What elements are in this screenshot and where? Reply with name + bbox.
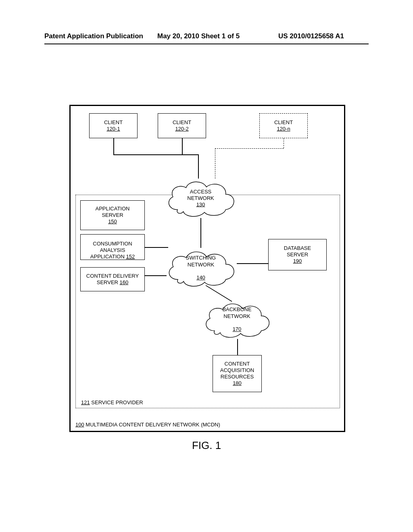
figure-caption: FIG. 1 bbox=[0, 439, 413, 452]
header-left: Patent Application Publication bbox=[44, 32, 143, 40]
conn-cds-switching bbox=[145, 275, 167, 276]
switching-cloud-label: SWITCHING NETWORK 140 bbox=[186, 248, 216, 288]
db-server-box: DATABASE SERVER 190 bbox=[268, 239, 327, 270]
switching-ref: 140 bbox=[186, 274, 216, 281]
conn-clientn-v2 bbox=[215, 148, 215, 179]
cds-ref: 160 bbox=[120, 279, 129, 285]
client-1-box: CLIENT 120-1 bbox=[89, 113, 138, 138]
conn-bus-to-access bbox=[198, 154, 199, 179]
access-cloud-label: ACCESS NETWORK 130 bbox=[181, 188, 221, 208]
client-n-box: CLIENT 120-n bbox=[259, 113, 308, 138]
client-1-ref: 120-1 bbox=[106, 126, 120, 132]
client-1-label: CLIENT bbox=[104, 119, 123, 126]
backbone-network-cloud: BACKBONE NETWORK 170 bbox=[200, 299, 274, 341]
backbone-cloud-label: BACKBONE NETWORK 170 bbox=[222, 300, 251, 339]
mcdn-text: MULTIMEDIA CONTENT DELIVERY NETWORK (MCD… bbox=[86, 422, 220, 428]
client-2-ref: 120-2 bbox=[175, 126, 188, 132]
consumption-label: CONSUMPTION ANALYSIS APPLICATION 152 bbox=[90, 234, 135, 260]
header-right: US 2010/0125658 A1 bbox=[278, 32, 344, 40]
consumption-box: CONSUMPTION ANALYSIS APPLICATION 152 bbox=[80, 234, 145, 260]
conn-consumption-switching bbox=[145, 247, 168, 248]
client-n-ref: 120-n bbox=[277, 126, 290, 132]
db-ref: 190 bbox=[293, 258, 302, 264]
header-rule bbox=[44, 44, 369, 44]
mcdn-label: 100 MULTIMEDIA CONTENT DELIVERY NETWORK … bbox=[75, 422, 220, 428]
car-ref: 180 bbox=[233, 380, 242, 387]
conn-switching-db bbox=[237, 263, 268, 264]
conn-client1-v bbox=[113, 138, 114, 154]
content-delivery-box: CONTENT DELIVERY SERVER 160 bbox=[80, 267, 145, 291]
client-n-label: CLIENT bbox=[274, 119, 293, 126]
car-box: CONTENT ACQUISITION RESOURCES 180 bbox=[213, 355, 262, 392]
sp-label: SERVICE PROVIDER bbox=[91, 399, 143, 405]
page: Patent Application Publication May 20, 2… bbox=[0, 0, 413, 532]
cds-label: CONTENT DELIVERY SERVER 160 bbox=[86, 273, 139, 286]
switching-label: SWITCHING NETWORK bbox=[186, 255, 216, 268]
client-2-label: CLIENT bbox=[173, 119, 191, 126]
conn-clientn-v bbox=[284, 138, 284, 148]
consumption-ref: 152 bbox=[126, 254, 135, 260]
sp-ref: 121 bbox=[81, 399, 90, 405]
car-label: CONTENT ACQUISITION RESOURCES bbox=[220, 361, 254, 380]
access-network-cloud: ACCESS NETWORK 130 bbox=[161, 177, 240, 219]
conn-client2-v bbox=[182, 138, 183, 154]
service-provider-label: 121 SERVICE PROVIDER bbox=[81, 399, 143, 405]
app-server-label: APPLICATION SERVER bbox=[95, 206, 129, 219]
app-server-box: APPLICATION SERVER 150 bbox=[80, 200, 145, 230]
conn-backbone-car bbox=[237, 339, 238, 355]
db-label: DATABASE SERVER bbox=[284, 245, 311, 258]
diagram-frame: CLIENT 120-1 CLIENT 120-2 CLIENT 120-n 1… bbox=[69, 105, 345, 432]
conn-client-bus-h bbox=[113, 154, 198, 155]
header-mid: May 20, 2010 Sheet 1 of 5 bbox=[157, 32, 240, 40]
access-ref: 130 bbox=[181, 202, 221, 208]
access-label: ACCESS NETWORK bbox=[181, 188, 221, 202]
conn-access-switching bbox=[200, 218, 201, 248]
client-2-box: CLIENT 120-2 bbox=[158, 113, 206, 138]
backbone-ref: 170 bbox=[222, 326, 251, 332]
conn-clientn-h bbox=[215, 148, 284, 149]
backbone-label: BACKBONE NETWORK bbox=[222, 307, 251, 320]
switching-network-cloud: SWITCHING NETWORK 140 bbox=[163, 246, 239, 290]
mcdn-ref: 100 bbox=[75, 422, 84, 428]
app-server-ref: 150 bbox=[108, 218, 117, 225]
